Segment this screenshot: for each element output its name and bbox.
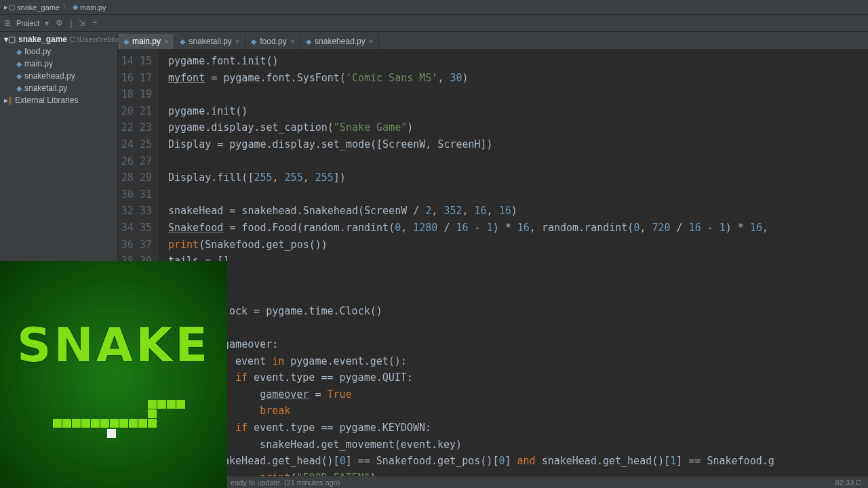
close-icon[interactable]: ×	[290, 37, 294, 45]
close-icon[interactable]: ×	[235, 37, 239, 45]
project-label[interactable]: Project	[16, 19, 39, 27]
python-file-icon: ◆	[123, 37, 129, 46]
dropdown-icon[interactable]: ▾	[43, 18, 50, 28]
tab-label: main.py	[132, 37, 161, 46]
python-file-icon: ◆	[16, 47, 22, 56]
python-file-icon: ◆	[73, 3, 78, 12]
tree-file[interactable]: ◆snaketail.py	[0, 82, 117, 94]
status-left: eady to update. (21 minutes ago)	[231, 479, 340, 487]
snake-segment	[138, 419, 147, 428]
folder-icon: ▢	[8, 35, 16, 44]
breadcrumb: ▸▢ snake_game 〉 ◆ main.py	[0, 0, 868, 15]
tree-root-label: snake_game	[18, 35, 67, 44]
snake-segment	[72, 419, 81, 428]
tree-root[interactable]: ▾ ▢ snake_game C:\Users\rebba	[0, 33, 117, 45]
folder-icon: ▸▢	[4, 3, 15, 12]
tree-file-label: snakehead.py	[24, 71, 75, 81]
code-area[interactable]: pygame.font.init()myfont = pygame.font.S…	[159, 49, 868, 476]
snake-segment	[110, 419, 119, 428]
tree-file[interactable]: ◆main.py	[0, 58, 117, 70]
python-file-icon: ◆	[306, 37, 311, 46]
tree-external-libraries[interactable]: ▸ ∥ External Libraries	[0, 94, 117, 106]
expand-icon[interactable]: ⇲	[77, 18, 87, 28]
tree-root-path: C:\Users\rebba	[70, 35, 120, 43]
editor-tab[interactable]: ◆food.py×	[245, 34, 300, 49]
tree-file[interactable]: ◆snakehead.py	[0, 70, 117, 82]
tab-label: snaketail.py	[189, 37, 231, 46]
snake-body-graphic	[33, 392, 195, 432]
python-file-icon: ◆	[251, 37, 256, 46]
python-file-icon: ◆	[16, 60, 22, 68]
project-tool-icon[interactable]: ⊞	[3, 18, 12, 28]
editor-tab[interactable]: ◆main.py×	[118, 34, 174, 49]
editor-tab[interactable]: ◆snakehead.py×	[300, 34, 379, 49]
tab-label: snakehead.py	[315, 37, 366, 46]
tab-label: food.py	[260, 37, 286, 46]
snake-segment	[62, 419, 71, 428]
snake-segment	[129, 419, 138, 428]
snake-title: SNAKE	[17, 317, 210, 373]
snake-segment	[148, 409, 157, 418]
editor-tabstrip: ◆main.py×◆snaketail.py×◆food.py×◆snakehe…	[118, 32, 868, 49]
settings-icon[interactable]: ⚙	[54, 18, 64, 28]
python-file-icon: ◆	[16, 72, 22, 81]
snake-segment	[100, 419, 109, 428]
snake-segment	[157, 400, 166, 409]
snake-segment	[176, 400, 185, 409]
project-toolbar: ⊞ Project ▾ ⚙ | ⇲ ÷	[0, 15, 868, 32]
python-file-icon: ◆	[180, 37, 185, 46]
snake-segment	[81, 419, 90, 428]
snake-game-overlay: SNAKE	[0, 261, 227, 488]
collapse-icon[interactable]: ÷	[91, 18, 98, 28]
snake-segment	[91, 419, 100, 428]
editor-tab[interactable]: ◆snaketail.py×	[174, 34, 245, 49]
close-icon[interactable]: ×	[369, 37, 373, 45]
close-icon[interactable]: ×	[164, 37, 168, 45]
snake-segment	[148, 419, 157, 428]
snake-segment	[148, 400, 157, 409]
breadcrumb-project[interactable]: snake_game	[17, 3, 60, 12]
python-file-icon: ◆	[16, 84, 22, 93]
breadcrumb-file[interactable]: main.py	[80, 3, 106, 12]
status-right: 82:33 C	[835, 479, 861, 487]
snake-segment	[167, 400, 176, 409]
code-editor[interactable]: 14 15 16 17 18 19 20 21 22 23 24 25 26 2…	[118, 49, 868, 476]
snake-food	[107, 429, 116, 438]
tree-file-label: main.py	[24, 59, 53, 68]
divider-icon: |	[68, 18, 73, 28]
tree-file-label: food.py	[24, 47, 51, 56]
snake-segment	[119, 419, 128, 428]
tree-file-label: snaketail.py	[24, 83, 67, 93]
tree-file[interactable]: ◆food.py	[0, 45, 117, 58]
library-icon: ∥	[8, 96, 12, 105]
snake-segment	[53, 419, 62, 428]
external-libraries-label: External Libraries	[15, 96, 78, 105]
